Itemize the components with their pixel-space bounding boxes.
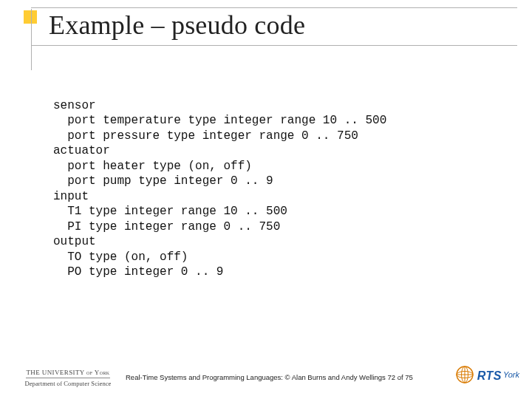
title-block: Example – pseudo code xyxy=(27,7,517,46)
footer-caption: Real-Time Systems and Programming Langua… xyxy=(126,373,413,381)
university-name: THE UNIVERSITY of York xyxy=(26,369,109,378)
university-logo: THE UNIVERSITY of York Department of Com… xyxy=(16,364,120,387)
rts-text: RTS xyxy=(477,369,502,383)
rule-bottom xyxy=(31,45,517,46)
globe-icon xyxy=(455,365,474,387)
rts-logo: RTS York xyxy=(455,365,521,387)
pseudo-code-block: sensor port temperature type integer ran… xyxy=(53,98,386,280)
page-title: Example – pseudo code xyxy=(27,8,517,45)
york-text: York xyxy=(503,370,519,379)
department-name: Department of Computer Science xyxy=(16,380,120,387)
footer: THE UNIVERSITY of York Department of Com… xyxy=(0,358,532,392)
